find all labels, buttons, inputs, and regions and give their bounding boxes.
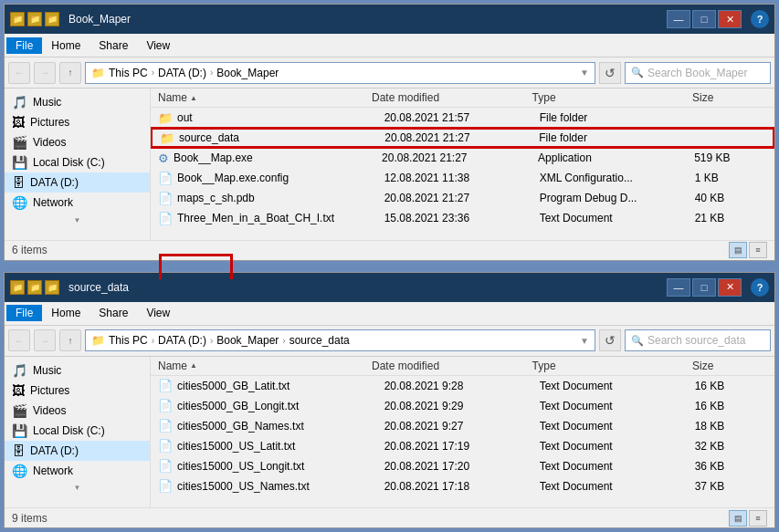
sidebar-label-music-1: Music: [33, 96, 61, 109]
file-row-cities5gb-nam[interactable]: 📄 cities5000_GB_Names.txt 20.08.2021 9:2…: [151, 416, 774, 436]
file-row-out[interactable]: 📁 out 20.08.2021 21:57 File folder: [151, 108, 774, 128]
sidebar-label-music-2: Music: [33, 364, 61, 377]
file-row-sourcedata[interactable]: 📁 source_data 20.08.2021 21:27 File fold…: [151, 128, 774, 148]
file-name-txt1: Three_Men_in_a_Boat_CH_I.txt: [177, 212, 384, 224]
minimize-button-2[interactable]: —: [667, 278, 690, 297]
file-type-nam: Text Document: [540, 420, 695, 433]
videos-icon-1: 🎬: [12, 135, 27, 150]
sidebar-item-music-1[interactable]: 🎵 Music: [5, 92, 150, 112]
col-header-name-2[interactable]: Name ▲: [158, 360, 372, 372]
back-button-1[interactable]: ←: [8, 62, 30, 84]
search-box-1[interactable]: 🔍 Search Book_Maper: [625, 62, 771, 84]
view-detail-btn-1[interactable]: ≡: [749, 242, 767, 258]
sidebar-item-pictures-2[interactable]: 🖼 Pictures: [5, 381, 150, 401]
title-bar-icons-1: 📁 📁 📁: [10, 12, 59, 26]
help-button-1[interactable]: ?: [751, 10, 769, 28]
menu-view-1[interactable]: View: [137, 37, 179, 54]
view-detail-btn-2[interactable]: ≡: [749, 510, 767, 527]
file-size-exe: 519 KB: [694, 151, 767, 164]
file-row-pdb[interactable]: 📄 maps_c_sh.pdb 20.08.2021 21:27 Program…: [151, 188, 774, 208]
menu-home-1[interactable]: Home: [42, 37, 89, 54]
col-header-date-2[interactable]: Date modified: [372, 360, 532, 372]
tb-icon-1b: 📁: [27, 12, 42, 26]
txt-icon-1: 📄: [158, 212, 173, 225]
col-header-size-2[interactable]: Size: [692, 360, 767, 372]
file-type-usnam: Text Document: [540, 480, 695, 493]
col-header-name-1[interactable]: Name ▲: [158, 91, 372, 104]
view-list-btn-2[interactable]: ▤: [729, 510, 747, 527]
sidebar-item-pictures-1[interactable]: 🖼 Pictures: [5, 112, 150, 132]
txt-icon-nam: 📄: [158, 419, 173, 433]
menu-view-2[interactable]: View: [137, 305, 179, 321]
sidebar-2: 🎵 Music 🖼 Pictures 🎬 Videos 💾 Local Disk…: [5, 357, 151, 508]
sidebar-item-localc-1[interactable]: 💾 Local Disk (C:): [5, 152, 150, 172]
forward-button-2[interactable]: →: [34, 329, 56, 351]
menu-file-1[interactable]: File: [6, 37, 42, 54]
file-row-cities5gb-lon[interactable]: 📄 cities5000_GB_Longit.txt 20.08.2021 9:…: [151, 396, 774, 416]
refresh-button-1[interactable]: ↺: [599, 62, 621, 84]
sidebar-item-network-1[interactable]: 🌐 Network: [5, 193, 150, 213]
file-row-cities15us-nam[interactable]: 📄 cities15000_US_Names.txt 20.08.2021 17…: [151, 476, 774, 496]
minimize-button-1[interactable]: —: [667, 10, 690, 28]
address-bar-1: ← → ↑ 📁 This PC › DATA (D:) › Book_Maper…: [5, 57, 774, 89]
col-header-type-2[interactable]: Type: [532, 360, 693, 372]
sidebar-item-network-2[interactable]: 🌐 Network: [5, 461, 150, 481]
address-box-2[interactable]: 📁 This PC › DATA (D:) › Book_Maper › sou…: [85, 329, 595, 351]
content-area-2: 🎵 Music 🖼 Pictures 🎬 Videos 💾 Local Disk…: [5, 357, 774, 508]
search-box-2[interactable]: 🔍 Search source_data: [625, 329, 771, 351]
title-bar-2: 📁 📁 📁 source_data — □ ✕ ?: [5, 273, 774, 302]
sort-arrow-1: ▲: [190, 94, 197, 102]
window-title-1: Book_Maper: [68, 13, 661, 26]
up-button-2[interactable]: ↑: [59, 329, 81, 351]
menu-share-1[interactable]: Share: [89, 37, 137, 54]
file-name-lon: cities5000_GB_Longit.txt: [177, 400, 384, 412]
localc-icon-1: 💾: [12, 155, 27, 170]
breadcrumb-drop-2[interactable]: ▼: [580, 336, 589, 346]
breadcrumb-thispc-1: This PC: [109, 67, 148, 79]
up-button-1[interactable]: ↑: [59, 62, 81, 84]
refresh-button-2[interactable]: ↺: [599, 329, 621, 351]
menu-share-2[interactable]: Share: [89, 305, 137, 321]
file-row-cities15us-lat[interactable]: 📄 cities15000_US_Latit.txt 20.08.2021 17…: [151, 436, 774, 456]
sidebar-label-videos-1: Videos: [33, 136, 66, 149]
sidebar-label-pictures-1: Pictures: [30, 116, 69, 129]
file-list-scroll-1[interactable]: 📁 out 20.08.2021 21:57 File folder 📁 sou…: [151, 108, 774, 240]
breadcrumb-arrow-2b: ›: [210, 336, 213, 346]
sidebar-item-localc-2[interactable]: 💾 Local Disk (C:): [5, 421, 150, 441]
sidebar-item-videos-1[interactable]: 🎬 Videos: [5, 132, 150, 152]
file-list-scroll-2[interactable]: 📄 cities5000_GB_Latit.txt 20.08.2021 9:2…: [151, 376, 774, 508]
file-row-exe[interactable]: ⚙ Book__Map.exe 20.08.2021 21:27 Applica…: [151, 148, 774, 168]
window-book-maper: 📁 📁 📁 Book_Maper — □ ✕ ? File Home Share…: [4, 4, 775, 261]
help-button-2[interactable]: ?: [751, 278, 769, 297]
sidebar-label-network-1: Network: [33, 196, 73, 209]
sidebar-label-pictures-2: Pictures: [30, 384, 69, 397]
maximize-button-2[interactable]: □: [692, 278, 716, 297]
address-box-1[interactable]: 📁 This PC › DATA (D:) › Book_Maper ▼: [85, 62, 595, 84]
title-bar-1: 📁 📁 📁 Book_Maper — □ ✕ ?: [5, 5, 774, 34]
sidebar-item-datad-1[interactable]: 🗄 DATA (D:): [5, 172, 150, 193]
breadcrumb-drop-1[interactable]: ▼: [580, 68, 589, 78]
breadcrumb-bookmaper-2: Book_Maper: [216, 334, 279, 347]
file-row-txt1[interactable]: 📄 Three_Men_in_a_Boat_CH_I.txt 15.08.202…: [151, 208, 774, 228]
forward-button-1[interactable]: →: [34, 62, 56, 84]
file-type-lon: Text Document: [540, 400, 695, 412]
close-button-2[interactable]: ✕: [718, 278, 742, 297]
file-name-exe: Book__Map.exe: [174, 151, 382, 164]
file-size-txt1: 21 KB: [695, 212, 767, 224]
sidebar-item-music-2[interactable]: 🎵 Music: [5, 360, 150, 381]
menu-file-2[interactable]: File: [6, 305, 42, 321]
back-button-2[interactable]: ←: [8, 329, 30, 351]
menu-home-2[interactable]: Home: [42, 305, 89, 321]
sidebar-item-videos-2[interactable]: 🎬 Videos: [5, 401, 150, 421]
view-list-btn-1[interactable]: ▤: [729, 242, 747, 258]
file-row-cities5gb-lat[interactable]: 📄 cities5000_GB_Latit.txt 20.08.2021 9:2…: [151, 376, 774, 396]
col-header-date-1[interactable]: Date modified: [372, 91, 532, 104]
breadcrumb-data-2: DATA (D:): [158, 334, 206, 347]
file-row-config[interactable]: 📄 Book__Map.exe.config 12.08.2021 11:38 …: [151, 168, 774, 188]
close-button-1[interactable]: ✕: [718, 10, 742, 28]
sidebar-item-datad-2[interactable]: 🗄 DATA (D:): [5, 441, 150, 461]
col-header-size-1[interactable]: Size: [692, 91, 767, 104]
file-row-cities15us-lon[interactable]: 📄 cities15000_US_Longit.txt 20.08.2021 1…: [151, 456, 774, 476]
maximize-button-1[interactable]: □: [692, 10, 716, 28]
col-header-type-1[interactable]: Type: [532, 91, 693, 104]
